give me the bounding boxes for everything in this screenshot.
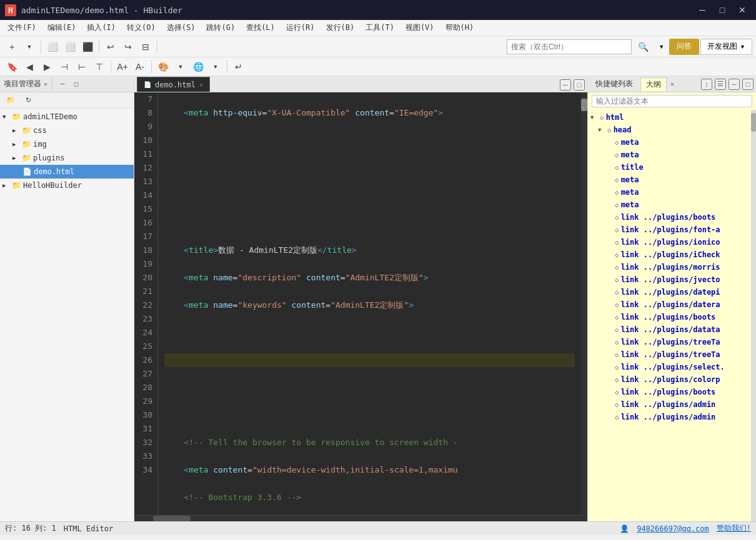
history-btn[interactable]: ⊟	[137, 39, 154, 55]
sidebar-minimize-icon[interactable]: ─	[57, 79, 68, 90]
tree-item-css[interactable]: ▶ 📁 css	[0, 124, 134, 137]
nav-up-btn[interactable]: ⊤	[91, 59, 107, 75]
outline-list-icon[interactable]: ☰	[715, 79, 726, 90]
outline-arrow-head: ▼	[598, 127, 605, 133]
ask-button[interactable]: 问答	[669, 39, 699, 55]
editor-hscrollbar[interactable]	[134, 515, 587, 521]
dropdown-arrow[interactable]: ▼	[21, 39, 37, 55]
font-smaller-btn[interactable]: A-	[132, 59, 148, 75]
nav-prev-btn[interactable]: ⊣	[56, 59, 72, 75]
menu-view[interactable]: 视图(V)	[400, 21, 439, 35]
outline-maximize-icon[interactable]: □	[742, 79, 754, 90]
outline-item-link-4[interactable]: ◇ link ../plugins/iCheck	[588, 248, 751, 261]
color-btn[interactable]: 🎨	[155, 59, 171, 75]
nav-fwd-btn[interactable]: ▶	[39, 59, 55, 75]
editor-vscrollbar[interactable]	[581, 92, 587, 515]
menu-edit[interactable]: 编辑(E)	[42, 21, 81, 35]
tab-close-icon[interactable]: ✕	[199, 81, 203, 88]
new-button[interactable]: +	[4, 39, 20, 55]
save-all-btn[interactable]: ⬜	[62, 39, 78, 55]
filter-input[interactable]	[592, 95, 752, 107]
tree-item-img[interactable]: ▶ 📁 img	[0, 137, 134, 151]
sidebar-refresh-btn[interactable]: ↻	[20, 92, 36, 109]
outline-item-link-7[interactable]: ◇ link ../plugins/datepi	[588, 286, 751, 298]
title-bar: H adminLTEDemo/demo.html - HBuilder ─ □ …	[0, 0, 756, 20]
outline-item-link-12[interactable]: ◇ link ../plugins/treeTa	[588, 348, 751, 361]
redo-btn[interactable]: ↪	[120, 39, 136, 55]
browser-btn[interactable]: 🌐	[190, 59, 206, 75]
minimize-button[interactable]: ─	[694, 3, 711, 17]
outline-item-link-15[interactable]: ◇ link ../plugins/boots	[588, 386, 751, 398]
outline-vscroll-thumb	[751, 113, 756, 132]
outline-item-link-6[interactable]: ◇ link ../plugins/jvecto	[588, 273, 751, 286]
menu-tools[interactable]: 工具(T)	[361, 21, 399, 35]
menu-run[interactable]: 运行(R)	[281, 21, 320, 35]
wrap-btn[interactable]: ↵	[231, 59, 247, 75]
nav-next-btn[interactable]: ⊢	[74, 59, 90, 75]
sidebar-new-btn[interactable]: 📁	[2, 92, 19, 109]
outline-item-link-2[interactable]: ◇ link ../plugins/font-a	[588, 223, 751, 236]
tree-item-demo-html[interactable]: 📄 demo.html	[0, 165, 134, 179]
menu-publish[interactable]: 发行(B)	[321, 21, 360, 35]
tree-item-plugins[interactable]: ▶ 📁 plugins	[0, 151, 134, 165]
outline-item-meta-4[interactable]: ◇ meta	[588, 186, 751, 199]
tab-shortcuts[interactable]: 快捷键列表	[590, 77, 638, 91]
outline-item-link-17[interactable]: ◇ link ../plugins/admin	[588, 411, 751, 423]
menu-find[interactable]: 查找(L)	[241, 21, 280, 35]
code-content[interactable]: <meta http-equiv="X-UA-Compatible" conte…	[158, 92, 581, 515]
outline-item-meta-2[interactable]: ◇ meta	[588, 149, 751, 161]
outline-item-link-10[interactable]: ◇ link ../plugins/datata	[588, 323, 751, 336]
outline-vscrollbar[interactable]	[751, 110, 756, 521]
save-btn[interactable]: ⬜	[44, 39, 61, 55]
outline-item-meta-3[interactable]: ◇ meta	[588, 174, 751, 186]
outline-item-link-14[interactable]: ◇ link ../plugins/colorp	[588, 373, 751, 386]
editor-tab-demo[interactable]: 📄 demo.html ✕	[137, 77, 210, 92]
bookmark-btn[interactable]: 🔖	[4, 59, 20, 75]
tree-item-hello[interactable]: ▶ 📁 HelloHBuilder	[0, 179, 134, 192]
outline-minimize-icon[interactable]: ─	[729, 79, 740, 90]
outline-item-link-5[interactable]: ◇ link ../plugins/morris	[588, 261, 751, 273]
status-help[interactable]: 赞助我们!	[717, 523, 751, 534]
menu-help[interactable]: 帮助(H)	[440, 21, 479, 35]
menu-escape[interactable]: 转义(O)	[122, 21, 161, 35]
status-email[interactable]: 948266697@qq.com	[637, 524, 709, 533]
ot-link10: ◇	[615, 326, 619, 334]
outline-item-link-16[interactable]: ◇ link ../plugins/admin	[588, 398, 751, 411]
menu-select[interactable]: 选择(S)	[162, 21, 201, 35]
color-drop[interactable]: ▼	[172, 59, 189, 75]
nav-back-btn[interactable]: ◀	[21, 59, 37, 75]
tree-root[interactable]: ▼ 📁 adminLTEDemo	[0, 110, 134, 124]
outline-item-head[interactable]: ▼ ◇ head	[588, 124, 751, 136]
outline-sort-icon[interactable]: ↕	[701, 79, 712, 90]
outline-item-link-8[interactable]: ◇ link ../plugins/datera	[588, 298, 751, 311]
outline-item-link-13[interactable]: ◇ link ../plugins/select.	[588, 361, 751, 373]
code-area[interactable]: 7891011 1213141516 1718192021 2223242526…	[134, 92, 587, 515]
dev-view-button[interactable]: 开发视图 ▼	[700, 39, 752, 55]
outline-item-link-3[interactable]: ◇ link ../plugins/ionico	[588, 236, 751, 248]
outline-item-title[interactable]: ◇ title	[588, 161, 751, 174]
menu-jump[interactable]: 跳转(G)	[201, 21, 240, 35]
sidebar-maximize-icon[interactable]: □	[71, 79, 82, 90]
menu-insert[interactable]: 插入(I)	[82, 21, 121, 35]
outline-item-meta-5[interactable]: ◇ meta	[588, 199, 751, 211]
outline-item-html[interactable]: ▼ ◇ html	[588, 111, 751, 124]
close-button[interactable]: ✕	[734, 3, 751, 17]
outline-tag-html: ◇	[600, 114, 604, 122]
font-bigger-btn[interactable]: A+	[114, 59, 131, 75]
tab-outline[interactable]: 大纲	[640, 77, 667, 91]
undo-btn[interactable]: ↩	[102, 39, 119, 55]
editor-minimize-icon[interactable]: ─	[560, 79, 571, 91]
outline-item-link-11[interactable]: ◇ link ../plugins/treeTa	[588, 336, 751, 348]
search-input[interactable]	[507, 39, 632, 54]
maximize-button[interactable]: □	[714, 3, 731, 17]
outline-item-meta-1[interactable]: ◇ meta	[588, 136, 751, 149]
search-dropdown[interactable]: ▼	[655, 39, 668, 54]
publish-btn[interactable]: ⬛	[79, 39, 96, 55]
outline-item-link-1[interactable]: ◇ link ../plugins/boots	[588, 211, 751, 223]
browser-drop[interactable]: ▼	[207, 59, 224, 75]
ot-link13: ◇	[615, 363, 619, 371]
search-icon-btn[interactable]: 🔍	[634, 39, 652, 54]
outline-item-link-9[interactable]: ◇ link ../plugins/boots	[588, 311, 751, 323]
menu-file[interactable]: 文件(F)	[2, 21, 41, 35]
editor-maximize-icon[interactable]: □	[574, 79, 585, 91]
